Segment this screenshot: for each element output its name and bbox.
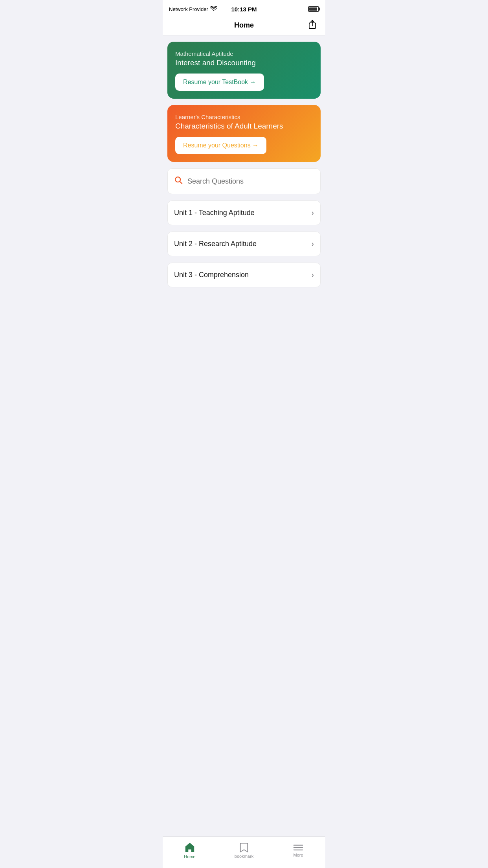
unit-item-1[interactable]: Unit 1 - Teaching Aptitude › <box>167 200 321 225</box>
chevron-right-icon-3: › <box>312 271 314 279</box>
units-list: Unit 1 - Teaching Aptitude › <box>167 200 321 225</box>
network-provider-label: Network Provider <box>169 6 208 12</box>
unit-3-label: Unit 3 - Comprehension <box>174 271 249 279</box>
share-button[interactable] <box>306 18 319 33</box>
status-bar: Network Provider 10:13 PM <box>163 0 325 17</box>
main-content: Mathematical Aptitude Interest and Disco… <box>163 35 325 335</box>
search-bar[interactable]: Search Questions <box>167 168 321 194</box>
svg-line-2 <box>180 182 182 184</box>
questions-card: Learner's Characteristics Characteristic… <box>167 105 321 162</box>
questions-card-title: Characteristics of Adult Learners <box>175 122 313 131</box>
chevron-right-icon-1: › <box>312 209 314 217</box>
unit-item-3-container: Unit 3 - Comprehension › <box>167 263 321 287</box>
search-placeholder: Search Questions <box>187 177 244 186</box>
page-title: Home <box>234 21 254 29</box>
unit-2-label: Unit 2 - Research Aptitude <box>174 240 257 248</box>
testbook-card-subtitle: Mathematical Aptitude <box>175 50 313 57</box>
resume-testbook-button[interactable]: Resume your TestBook → <box>175 74 264 91</box>
battery-icon <box>308 6 319 12</box>
unit-item-3[interactable]: Unit 3 - Comprehension › <box>167 263 321 287</box>
resume-questions-button[interactable]: Resume your Questions → <box>175 137 266 154</box>
testbook-card-title: Interest and Discounting <box>175 59 313 67</box>
network-info: Network Provider <box>169 6 217 13</box>
status-time: 10:13 PM <box>231 6 257 13</box>
unit-item-2-container: Unit 2 - Research Aptitude › <box>167 232 321 256</box>
testbook-card: Mathematical Aptitude Interest and Disco… <box>167 42 321 99</box>
search-icon <box>174 176 183 187</box>
chevron-right-icon-2: › <box>312 240 314 248</box>
unit-item-2[interactable]: Unit 2 - Research Aptitude › <box>167 232 321 256</box>
unit-1-label: Unit 1 - Teaching Aptitude <box>174 209 255 217</box>
nav-header: Home <box>163 17 325 35</box>
questions-card-subtitle: Learner's Characteristics <box>175 114 313 120</box>
wifi-icon <box>210 6 217 13</box>
